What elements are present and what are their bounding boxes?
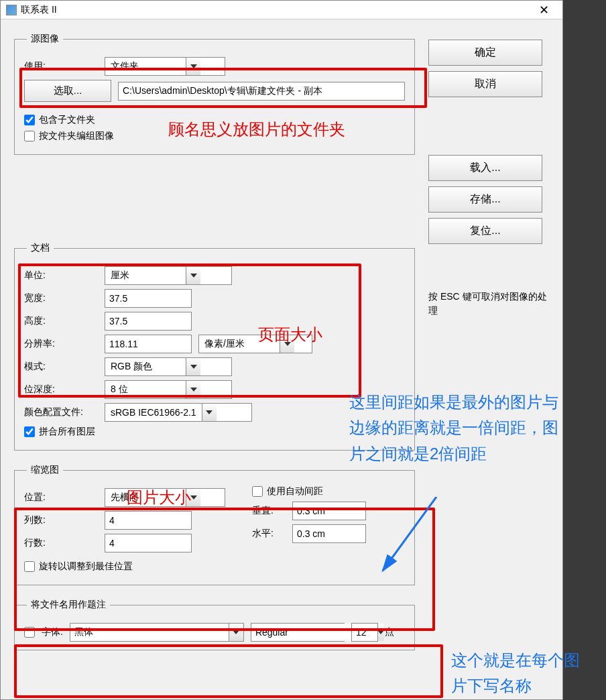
- include-sub-label: 包含子文件夹: [39, 114, 95, 126]
- vert-label: 垂直:: [252, 505, 286, 517]
- auto-spacing-checkbox[interactable]: [252, 486, 263, 497]
- width-input[interactable]: [105, 289, 192, 308]
- font-size-input[interactable]: [351, 623, 378, 642]
- chevron-down-icon[interactable]: [229, 624, 243, 641]
- unit-label: 单位:: [24, 270, 98, 282]
- include-sub-checkbox[interactable]: [24, 115, 35, 125]
- auto-spacing-label: 使用自动间距: [267, 485, 323, 498]
- font-name-combo[interactable]: [70, 623, 244, 642]
- font-label: 字体:: [42, 626, 63, 638]
- res-unit-select[interactable]: 像素/厘米: [198, 335, 312, 353]
- chevron-down-icon[interactable]: [280, 335, 294, 353]
- document-legend: 文档: [27, 242, 54, 254]
- cancel-button[interactable]: 取消: [428, 71, 542, 97]
- res-input[interactable]: [105, 335, 192, 353]
- group-by-folder-label: 按文件夹编组图像: [39, 130, 114, 142]
- app-icon: [6, 5, 17, 15]
- width-label: 宽度:: [24, 292, 98, 304]
- flatten-checkbox[interactable]: [24, 426, 35, 437]
- rotate-checkbox[interactable]: [24, 561, 35, 572]
- chevron-down-icon[interactable]: [186, 267, 200, 284]
- thumb-legend: 缩览图: [27, 464, 63, 476]
- rotate-label: 旋转以调整到最佳位置: [39, 561, 133, 573]
- rows-input[interactable]: [105, 534, 192, 552]
- ok-button[interactable]: 确定: [428, 40, 542, 66]
- use-label: 使用:: [24, 60, 98, 72]
- bit-select[interactable]: 8 位: [105, 380, 232, 399]
- flatten-label: 拼合所有图层: [39, 426, 95, 438]
- esc-hint: 按 ESC 键可取消对图像的处理: [428, 290, 549, 318]
- height-label: 高度:: [24, 315, 98, 327]
- source-legend: 源图像: [27, 33, 63, 45]
- chevron-down-icon[interactable]: [186, 58, 200, 75]
- place-select[interactable]: 先横向: [105, 488, 225, 507]
- use-select[interactable]: 文件夹: [105, 57, 225, 76]
- profile-select[interactable]: sRGB IEC61966-2.1: [105, 403, 252, 422]
- group-by-folder-checkbox[interactable]: [24, 131, 35, 141]
- place-label: 位置:: [24, 491, 98, 504]
- titlebar: 联系表 II ✕: [1, 1, 562, 19]
- unit-select[interactable]: 厘米: [105, 266, 232, 285]
- cols-input[interactable]: [105, 511, 192, 530]
- caption-legend: 将文件名用作题注: [27, 599, 110, 611]
- cols-label: 列数:: [24, 514, 98, 526]
- caption-checkbox[interactable]: [24, 627, 35, 638]
- thumb-group: 缩览图 位置: 先横向 列数:: [14, 464, 415, 585]
- horz-input[interactable]: [292, 524, 366, 543]
- path-input[interactable]: [118, 82, 405, 101]
- dialog-window: 联系表 II ✕ 源图像 使用: 文件夹 选取...: [0, 0, 563, 700]
- chevron-down-icon[interactable]: [186, 381, 200, 398]
- caption-group: 将文件名用作题注 字体: 点: [14, 599, 415, 650]
- bit-label: 位深度:: [24, 384, 98, 396]
- height-input[interactable]: [105, 312, 192, 331]
- chevron-down-icon[interactable]: [186, 358, 200, 375]
- mode-label: 模式:: [24, 361, 98, 373]
- window-title: 联系表 II: [21, 4, 530, 16]
- font-style-combo[interactable]: [251, 623, 345, 642]
- chevron-down-icon[interactable]: [186, 489, 200, 506]
- rows-label: 行数:: [24, 537, 98, 549]
- res-label: 分辨率:: [24, 338, 98, 350]
- vert-input[interactable]: [292, 502, 366, 520]
- profile-label: 颜色配置文件:: [24, 406, 98, 418]
- source-group: 源图像 使用: 文件夹 选取... 包含子文件夹: [14, 33, 415, 155]
- horz-label: 水平:: [252, 528, 286, 540]
- chevron-down-icon[interactable]: [202, 404, 217, 421]
- mode-select[interactable]: RGB 颜色: [105, 357, 232, 376]
- reset-button[interactable]: 复位...: [428, 218, 542, 244]
- load-button[interactable]: 载入...: [428, 155, 542, 181]
- document-group: 文档 单位: 厘米 宽度: 高度: 分辨率:: [14, 242, 415, 451]
- choose-button[interactable]: 选取...: [24, 80, 111, 102]
- font-unit: 点: [385, 626, 394, 638]
- save-button[interactable]: 存储...: [428, 186, 542, 213]
- close-icon[interactable]: ✕: [530, 3, 557, 17]
